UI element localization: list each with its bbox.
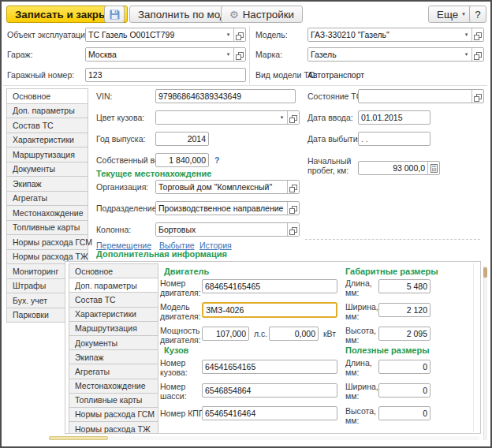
inner-tab-sostav-ts[interactable]: Состав ТС xyxy=(69,292,158,307)
dropdown-arrow-icon[interactable]: ▾ xyxy=(223,48,233,61)
tab-label: Экипаж xyxy=(13,179,42,189)
state-field[interactable] xyxy=(358,89,484,103)
inner-tab-normy-raskhoda-tzh[interactable]: Нормы расхода ТЖ xyxy=(69,421,158,434)
chassis-number-input[interactable] xyxy=(202,383,337,398)
inner-tab-osnovnoe[interactable]: Основное xyxy=(69,263,158,278)
start-mileage-field[interactable] xyxy=(358,161,440,175)
save-button[interactable] xyxy=(104,6,125,23)
overall-height-input[interactable] xyxy=(378,327,430,341)
outer-tab-dokumenty[interactable]: Документы xyxy=(6,162,88,177)
tab-label: Основное xyxy=(75,267,113,276)
inner-tab-mestonakhozhdenie[interactable]: Местонахождение xyxy=(69,379,158,394)
brand-field[interactable]: ▾ xyxy=(308,47,484,62)
vertical-scrollbar-thumb[interactable] xyxy=(483,267,487,278)
engine-model-field[interactable] xyxy=(202,302,337,318)
open-icon[interactable] xyxy=(472,28,483,41)
date-out-input[interactable] xyxy=(358,132,430,146)
division-input[interactable] xyxy=(156,202,287,215)
inner-tab-agregaty[interactable]: Агрегаты xyxy=(69,364,158,379)
column-input[interactable] xyxy=(156,223,287,236)
year-input[interactable] xyxy=(155,132,209,146)
brand-input[interactable] xyxy=(308,48,461,61)
inner-scrollbar-track[interactable] xyxy=(473,263,474,432)
tab-label: Агрегаты xyxy=(13,193,47,203)
engine-number-input[interactable] xyxy=(202,279,337,293)
outer-tab-toplivnye-karty[interactable]: Топливные карты xyxy=(6,220,88,236)
body-color-input[interactable] xyxy=(156,111,277,124)
tab-label: Доп. параметры xyxy=(75,281,137,290)
inner-tab-dop-parametry[interactable]: Доп. параметры xyxy=(69,278,158,293)
date-in-input[interactable] xyxy=(358,110,430,125)
outer-tab-osnovnoe[interactable]: Основное xyxy=(6,88,88,104)
engine-power-hp-input[interactable] xyxy=(202,327,249,341)
outer-tab-sostav-ts[interactable]: Состав ТС xyxy=(6,118,88,133)
outer-tab-ekipazh[interactable]: Экипаж xyxy=(6,176,88,192)
engine-power-kw-input[interactable] xyxy=(269,327,319,341)
inner-tab-dokumenty[interactable]: Документы xyxy=(69,335,158,350)
outer-tab-normy-raskhoda-gsm[interactable]: Нормы расхода ГСМ xyxy=(6,234,88,250)
weight-help-link[interactable]: ? xyxy=(214,155,219,165)
garage-number-input[interactable] xyxy=(85,68,246,82)
inner-tab-marshrutizatsiya[interactable]: Маршрутизация xyxy=(69,321,158,336)
overall-width-input[interactable] xyxy=(378,303,430,317)
organization-input[interactable] xyxy=(156,181,287,193)
inner-tab-toplivnye-karty[interactable]: Топливные карты xyxy=(69,393,158,408)
open-icon[interactable] xyxy=(472,48,483,61)
outer-tab-mestonakhozhdenie[interactable]: Местонахождение xyxy=(6,205,88,221)
vin-input[interactable] xyxy=(155,89,296,103)
vertical-scrollbar[interactable] xyxy=(483,266,487,440)
date-in-label: Дата ввода: xyxy=(308,113,353,122)
model-input[interactable] xyxy=(308,28,461,41)
open-icon[interactable] xyxy=(287,202,299,215)
tab-label: Мониторинг xyxy=(13,267,58,276)
dropdown-arrow-icon[interactable]: ▾ xyxy=(461,48,472,61)
help-button[interactable]: ? xyxy=(469,6,486,23)
start-mileage-input[interactable] xyxy=(359,162,427,174)
gearbox-number-input[interactable] xyxy=(202,406,337,420)
body-number-input[interactable] xyxy=(202,360,337,374)
more-button[interactable]: Еще ▾ xyxy=(428,6,474,23)
body-color-field[interactable]: ▾ xyxy=(155,110,300,125)
open-icon[interactable] xyxy=(472,90,483,103)
floppy-icon xyxy=(110,9,120,20)
open-icon[interactable] xyxy=(233,28,245,41)
dropdown-arrow-icon[interactable]: ▾ xyxy=(461,28,472,41)
engine-model-input[interactable] xyxy=(203,304,336,316)
open-icon[interactable] xyxy=(287,111,299,124)
outer-tab-marshrutizatsiya[interactable]: Маршрутизация xyxy=(6,147,88,162)
model-field[interactable]: ▾ xyxy=(308,28,484,42)
horizontal-scrollbar[interactable] xyxy=(49,436,479,440)
hp-unit-label: л.с. xyxy=(254,329,267,338)
outer-tab-kharakteristiki[interactable]: Характеристики xyxy=(6,133,88,148)
inner-tab-kharakteristiki[interactable]: Характеристики xyxy=(69,307,158,322)
useful-length-input[interactable] xyxy=(378,360,430,374)
settings-button[interactable]: ⚙ Настройки xyxy=(221,6,303,23)
outer-tab-dop-parametry[interactable]: Доп. параметры xyxy=(6,103,88,119)
inner-tab-normy-raskhoda-gsm[interactable]: Нормы расхода ГСМ xyxy=(69,407,158,422)
tab-label: Документы xyxy=(75,338,117,348)
useful-height-input[interactable] xyxy=(378,406,430,420)
dropdown-arrow-icon[interactable]: ▾ xyxy=(223,28,233,41)
dropdown-arrow-icon[interactable]: ▾ xyxy=(277,111,287,124)
open-icon[interactable] xyxy=(287,223,299,236)
horizontal-scrollbar-thumb[interactable] xyxy=(49,436,108,440)
open-icon[interactable] xyxy=(233,48,245,61)
garage-field[interactable]: ▾ xyxy=(85,47,246,62)
tab-label: Экипаж xyxy=(75,353,104,362)
open-icon[interactable] xyxy=(287,181,299,193)
organization-field[interactable] xyxy=(155,180,300,194)
object-field[interactable]: ▾ xyxy=(85,28,246,42)
garage-input[interactable] xyxy=(86,48,223,61)
outer-tab-agregaty[interactable]: Агрегаты xyxy=(6,191,88,207)
own-weight-input[interactable] xyxy=(155,153,209,167)
tab-label: Нормы расхода ТЖ xyxy=(75,424,151,434)
inner-tab-ekipazh[interactable]: Экипаж xyxy=(69,349,158,364)
year-label: Год выпуска: xyxy=(96,134,145,144)
overall-length-input[interactable] xyxy=(378,279,430,293)
calculator-icon[interactable] xyxy=(427,162,439,174)
state-input[interactable] xyxy=(359,90,472,103)
object-input[interactable] xyxy=(86,28,223,41)
column-field[interactable] xyxy=(155,222,300,237)
division-field[interactable] xyxy=(155,201,300,215)
useful-width-input[interactable] xyxy=(378,383,430,398)
